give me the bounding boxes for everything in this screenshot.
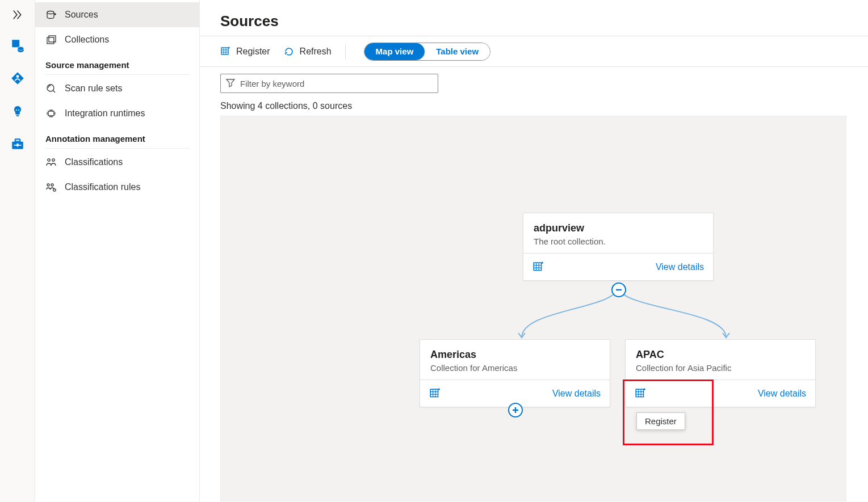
nav-item-classification-rules[interactable]: Classification rules (35, 175, 199, 200)
nav-item-label: Classification rules (65, 182, 140, 192)
refresh-button-label: Refresh (300, 47, 332, 57)
svg-rect-27 (636, 389, 643, 396)
toolbar: Register Refresh Map view Table view (200, 36, 868, 67)
toolbox-icon (10, 137, 25, 151)
connector-lines (221, 116, 846, 501)
svg-rect-24 (430, 389, 438, 396)
register-tooltip: Register (636, 412, 685, 430)
filter-icon (226, 78, 235, 87)
rail-item-data-map[interactable] (9, 69, 27, 87)
rail-item-insights[interactable] (9, 102, 27, 120)
svg-rect-15 (48, 111, 54, 116)
svg-rect-13 (49, 36, 56, 42)
integration-runtimes-icon (45, 108, 57, 119)
nav-item-label: Collections (65, 35, 109, 45)
svg-rect-10 (16, 144, 18, 146)
minus-icon (615, 286, 623, 294)
rail-item-data-sources[interactable] (9, 36, 27, 54)
lightbulb-icon (11, 104, 24, 118)
nav-item-sources[interactable]: Sources (35, 2, 199, 27)
view-details-link[interactable]: View details (758, 389, 806, 399)
nav-item-label: Sources (65, 10, 98, 20)
svg-point-3 (16, 75, 19, 78)
svg-rect-21 (221, 48, 228, 54)
svg-rect-12 (47, 37, 54, 44)
register-button[interactable]: Register (220, 47, 270, 57)
register-button-label: Register (236, 47, 270, 57)
map-view-toggle[interactable]: Map view (364, 43, 425, 60)
svg-point-20 (53, 189, 56, 191)
filter-input[interactable] (220, 74, 438, 93)
table-view-label: Table view (436, 47, 479, 56)
sources-icon (45, 9, 57, 20)
svg-point-17 (52, 159, 54, 161)
filter-wrap (220, 74, 438, 93)
collection-card-root[interactable]: adpurview The root collection. View deta… (523, 213, 714, 281)
card-subtitle: Collection for Asia Pacific (636, 363, 805, 373)
svg-point-6 (18, 109, 19, 111)
svg-rect-8 (15, 139, 20, 141)
register-grid-icon (220, 47, 230, 57)
nav-item-collections[interactable]: Collections (35, 27, 199, 52)
card-subtitle: Collection for Americas (430, 363, 599, 373)
collections-icon (45, 34, 57, 45)
card-subtitle: The root collection. (534, 237, 703, 246)
nav-item-classifications[interactable]: Classifications (35, 150, 199, 175)
nav-item-scan-rule-sets[interactable]: Scan rule sets (35, 76, 199, 101)
side-nav: Sources Collections Source management Sc… (35, 0, 200, 502)
expand-node[interactable] (508, 403, 523, 417)
refresh-button[interactable]: Refresh (284, 47, 332, 57)
chevron-double-right-icon (12, 10, 23, 20)
nav-section-annotation-management: Annotation management (35, 126, 199, 148)
collapse-node[interactable] (611, 282, 626, 297)
nav-section-source-management: Source management (35, 52, 199, 74)
collection-card-apac[interactable]: APAC Collection for Asia Pacific View de… (625, 339, 816, 407)
main-content: Sources Register Refresh Map view (200, 0, 868, 502)
refresh-icon (284, 47, 294, 57)
rail-item-management[interactable] (9, 135, 27, 153)
view-details-link[interactable]: View details (552, 389, 601, 399)
card-register-icon[interactable] (635, 388, 646, 399)
card-register-icon[interactable] (429, 388, 441, 399)
data-map-icon (10, 71, 25, 86)
svg-rect-4 (16, 115, 19, 116)
nav-item-label: Classifications (65, 157, 123, 167)
svg-point-16 (48, 159, 50, 161)
plus-icon (511, 406, 519, 414)
svg-point-18 (47, 184, 49, 186)
card-title: adpurview (534, 222, 703, 234)
classifications-icon (45, 157, 57, 168)
icon-rail (0, 0, 35, 502)
data-sources-icon (10, 38, 25, 53)
map-view-label: Map view (376, 47, 414, 56)
svg-point-11 (47, 11, 54, 14)
nav-item-label: Scan rule sets (65, 83, 122, 94)
nav-item-label: Integration runtimes (65, 108, 145, 119)
expand-rail-button[interactable] (0, 8, 35, 22)
view-toggle: Map view Table view (364, 43, 490, 61)
map-canvas[interactable]: adpurview The root collection. View deta… (220, 116, 846, 501)
nav-item-integration-runtimes[interactable]: Integration runtimes (35, 101, 199, 126)
svg-rect-0 (12, 40, 19, 47)
card-register-icon[interactable] (532, 261, 544, 273)
status-line: Showing 4 collections, 0 sources (200, 93, 868, 116)
table-view-toggle[interactable]: Table view (425, 43, 490, 60)
svg-point-5 (16, 109, 17, 111)
card-title: Americas (430, 349, 599, 361)
svg-rect-22 (534, 263, 541, 270)
collection-card-americas[interactable]: Americas Collection for Americas View de… (420, 339, 610, 407)
view-details-link[interactable]: View details (656, 262, 704, 272)
toolbar-separator (345, 44, 346, 60)
page-title: Sources (220, 12, 848, 30)
svg-point-19 (51, 184, 53, 186)
scan-rule-sets-icon (45, 83, 57, 94)
page-header: Sources (200, 0, 868, 36)
classification-rules-icon (45, 182, 57, 193)
card-title: APAC (636, 349, 805, 361)
